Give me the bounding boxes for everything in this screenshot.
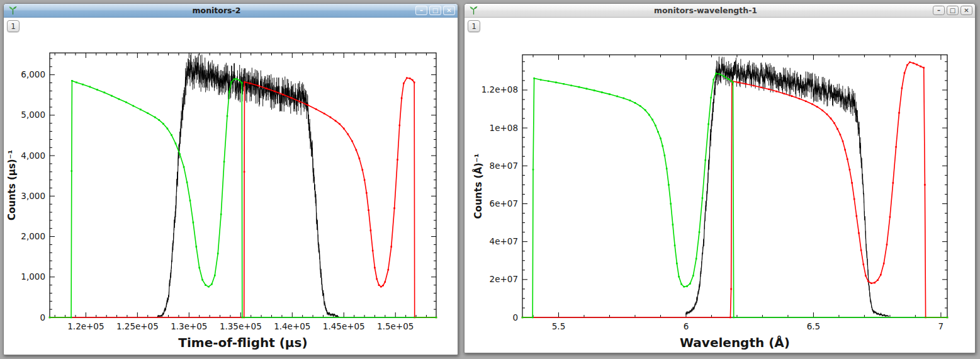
svg-text:4,000: 4,000 (21, 151, 45, 161)
window-monitors-2: monitors-2 – □ ✕ 1.2e+051.25e+051.3e+051… (3, 3, 458, 355)
svg-text:6.5: 6.5 (807, 321, 820, 331)
minimize-button[interactable]: – (933, 6, 945, 15)
titlebar[interactable]: monitors-2 – □ ✕ (4, 4, 458, 18)
svg-text:1,000: 1,000 (21, 271, 45, 282)
close-button[interactable]: ✕ (443, 6, 455, 15)
sprout-icon (8, 6, 18, 16)
svg-text:Wavelength (Å): Wavelength (Å) (680, 335, 790, 350)
svg-text:8e+07: 8e+07 (490, 161, 518, 171)
svg-text:0: 0 (512, 312, 518, 322)
svg-text:3,000: 3,000 (21, 191, 45, 201)
svg-text:0: 0 (40, 312, 45, 322)
svg-text:1.2e+05: 1.2e+05 (67, 321, 104, 331)
svg-text:Counts (µs)⁻¹: Counts (µs)⁻¹ (6, 150, 18, 220)
svg-text:Counts (Å)⁻¹: Counts (Å)⁻¹ (472, 154, 484, 219)
svg-text:1.2e+08: 1.2e+08 (482, 84, 518, 94)
layer-1-button[interactable]: 1 (468, 20, 480, 32)
svg-text:7: 7 (938, 321, 944, 331)
svg-text:Time-of-flight (µs): Time-of-flight (µs) (178, 335, 307, 350)
svg-text:1e+08: 1e+08 (490, 123, 518, 133)
svg-text:6e+07: 6e+07 (490, 198, 518, 208)
svg-text:1.35e+05: 1.35e+05 (220, 321, 262, 331)
svg-text:2,000: 2,000 (21, 231, 45, 241)
close-button[interactable]: ✕ (960, 6, 972, 15)
window-controls: – □ ✕ (415, 6, 455, 15)
svg-text:1.3e+05: 1.3e+05 (171, 321, 207, 331)
plot-window-content: 1.2e+051.25e+051.3e+051.35e+051.4e+051.4… (4, 18, 458, 355)
window-controls: – □ ✕ (933, 6, 972, 15)
maximize-button[interactable]: □ (947, 6, 959, 15)
maximize-button[interactable]: □ (429, 6, 441, 15)
wavelength-plot-canvas[interactable]: 5.566.5702e+074e+076e+078e+071e+081.2e+0… (465, 18, 974, 352)
titlebar[interactable]: monitors-wavelength-1 – □ ✕ (465, 4, 975, 18)
svg-text:6: 6 (684, 321, 689, 331)
svg-text:1.45e+05: 1.45e+05 (323, 321, 365, 331)
svg-text:1.5e+05: 1.5e+05 (377, 321, 414, 331)
window-monitors-wavelength-1: monitors-wavelength-1 – □ ✕ 5.566.5702e+… (464, 3, 976, 353)
svg-text:6,000: 6,000 (21, 69, 45, 79)
minimize-button[interactable]: – (415, 6, 427, 15)
svg-text:5,000: 5,000 (21, 110, 45, 120)
desktop: { "desktop": {"background_color": "#a9a9… (0, 0, 980, 359)
svg-text:1.4e+05: 1.4e+05 (274, 321, 310, 331)
sprout-icon (468, 6, 478, 16)
svg-text:1.25e+05: 1.25e+05 (116, 321, 159, 331)
svg-text:4e+07: 4e+07 (490, 236, 518, 246)
window-title: monitors-2 (18, 6, 415, 15)
layer-1-button[interactable]: 1 (7, 20, 20, 32)
tof-plot-canvas[interactable]: 1.2e+051.25e+051.3e+051.35e+051.4e+051.4… (4, 18, 456, 355)
plot-window-content: 5.566.5702e+074e+076e+078e+071e+081.2e+0… (465, 18, 975, 353)
window-title: monitors-wavelength-1 (478, 6, 933, 15)
svg-text:2e+07: 2e+07 (490, 274, 518, 284)
svg-text:5.5: 5.5 (552, 321, 565, 331)
